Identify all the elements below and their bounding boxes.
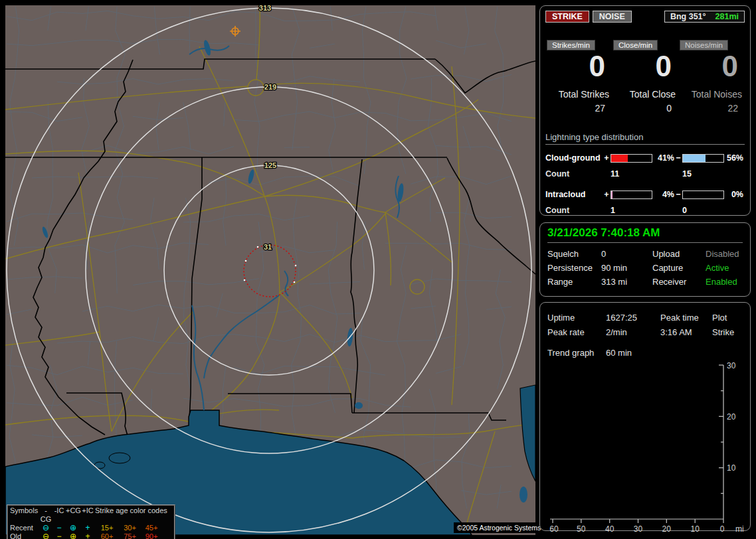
- legend-row-old-label: Old: [10, 532, 39, 539]
- cloud-ground-count-row: Count 11 15: [545, 169, 745, 179]
- map-canvas: 313 219 125 31: [5, 5, 535, 535]
- ic-positive-count: 1: [611, 206, 652, 215]
- y-tick-20: 20: [727, 412, 736, 422]
- total-strikes-label: Total Strikes: [545, 89, 612, 100]
- age-code-90: 90+: [141, 532, 162, 539]
- age-code-15: 15+: [95, 524, 119, 532]
- trend-graph-row: Trend graph 60 min: [547, 348, 743, 358]
- x-tick-0: 0: [720, 524, 725, 534]
- x-tick-40: 40: [605, 524, 614, 534]
- peak-time-value: 3:16 AM: [660, 327, 712, 337]
- noises-counter-column: Noises/min 0 Total Noises 22: [678, 40, 745, 114]
- total-strikes-value: 27: [545, 103, 612, 114]
- capture-label: Capture: [652, 263, 706, 273]
- separator: [547, 242, 743, 243]
- noises-per-min-value: 0: [678, 52, 745, 81]
- peak-time-label: Peak time: [660, 313, 712, 323]
- receiver-status: Enabled: [706, 277, 743, 287]
- close-per-min-value: 0: [612, 52, 678, 81]
- x-tick-30: 30: [634, 524, 643, 534]
- trend-x-labels: 60 50 40 30 20 10 0 min: [549, 524, 744, 534]
- squelch-row: Squelch 0 Upload Disabled: [547, 249, 743, 259]
- ring-label-31: 31: [264, 243, 272, 251]
- y-tick-30: 30: [727, 361, 736, 370]
- peak-rate-value: 2/min: [606, 327, 660, 337]
- ic-positive-pct: 4%: [652, 190, 674, 199]
- cg-positive-bar: [611, 154, 652, 163]
- x-tick-50: 50: [577, 524, 586, 534]
- distribution-title: Lightning type distribution: [545, 132, 745, 145]
- bearing-distance: 281mi: [715, 12, 739, 21]
- legend-col-neg-cg: -CG: [39, 506, 52, 524]
- range-value: 313 mi: [601, 277, 652, 287]
- ic-negative-count: 0: [682, 206, 724, 215]
- plus-sign: +: [603, 190, 611, 199]
- ring-label-219: 219: [264, 83, 276, 91]
- circled-plus-icon: ⊕: [66, 532, 80, 539]
- uptime-row: Uptime 1627:25 Peak time Plot: [547, 313, 743, 323]
- minus-sign: −: [674, 190, 682, 199]
- cloud-ground-row: Cloud-ground + 41% − 56%: [545, 153, 745, 163]
- bearing-readout: Bng 351° 281mi: [664, 11, 745, 23]
- map-display[interactable]: 313 219 125 31 Symbols -CG -IC +CG +IC S…: [5, 5, 535, 535]
- strike-counter-panel: STRIKE NOISE Bng 351° 281mi Strikes/min …: [539, 5, 751, 216]
- cg-negative-bar: [682, 154, 724, 163]
- intracloud-count-row: Count 1 0: [545, 206, 745, 215]
- legend-symbols-header: Symbols: [10, 506, 39, 524]
- range-label: Range: [547, 277, 601, 287]
- x-axis-unit: min: [735, 524, 744, 534]
- y-tick-10: 10: [727, 463, 736, 473]
- legend-col-pos-cg: +CG: [66, 506, 80, 524]
- strike-mode-button[interactable]: STRIKE: [545, 11, 589, 23]
- bearing-value: Bng 351°: [670, 12, 706, 21]
- persistence-row: Persistence 90 min Capture Active: [547, 263, 743, 273]
- circled-minus-icon: ⊖: [39, 532, 52, 539]
- upload-label: Upload: [652, 249, 706, 259]
- strikes-per-min-chip: Strikes/min: [547, 40, 595, 50]
- upload-status: Disabled: [706, 249, 743, 259]
- age-code-30: 30+: [119, 524, 141, 532]
- close-counter-column: Close/min 0 Total Close 0: [612, 40, 678, 114]
- legend-col-neg-ic: -IC: [52, 506, 66, 524]
- uptime-value: 1627:25: [606, 313, 660, 323]
- range-row: Range 313 mi Receiver Enabled: [547, 277, 743, 287]
- cg-positive-bar-fill: [611, 155, 628, 162]
- copyright-notice: ©2005 Astrogenic Systems: [454, 522, 544, 533]
- cloud-ground-label: Cloud-ground: [545, 153, 603, 163]
- cg-positive-pct: 41%: [652, 153, 674, 163]
- ring-label-313: 313: [259, 5, 271, 12]
- count-label: Count: [545, 206, 603, 215]
- squelch-value: 0: [601, 249, 652, 259]
- persistence-label: Persistence: [547, 263, 601, 273]
- peak-rate-row: Peak rate 2/min 3:16 AM Strike: [547, 327, 743, 337]
- trend-graph-window: 60 min: [606, 348, 743, 358]
- ic-positive-bar: [611, 191, 652, 199]
- ring-label-125: 125: [264, 161, 276, 169]
- noises-per-min-chip: Noises/min: [680, 40, 728, 50]
- total-close-label: Total Close: [612, 89, 678, 100]
- intracloud-row: Intracloud + 4% − 0%: [545, 190, 745, 199]
- plus-icon: +: [80, 532, 95, 539]
- age-code-45: 45+: [141, 524, 162, 532]
- symbol-legend: Symbols -CG -IC +CG +IC Strike age color…: [7, 504, 175, 539]
- close-per-min-chip: Close/min: [613, 40, 658, 50]
- datetime-display: 3/21/2026 7:40:18 AM: [547, 226, 743, 240]
- plus-sign: +: [603, 153, 611, 163]
- legend-row-recent-label: Recent: [10, 524, 39, 532]
- noise-mode-button[interactable]: NOISE: [593, 11, 632, 23]
- strikes-counter-column: Strikes/min 0 Total Strikes 27: [545, 40, 612, 114]
- legend-col-pos-ic: +IC: [80, 506, 95, 524]
- uptime-label: Uptime: [547, 313, 606, 323]
- x-tick-20: 20: [662, 524, 672, 534]
- receiver-label: Receiver: [652, 277, 706, 287]
- strikes-per-min-value: 0: [545, 52, 612, 81]
- intracloud-label: Intracloud: [545, 190, 603, 199]
- peak-rate-label: Peak rate: [547, 327, 606, 337]
- ic-negative-pct: 0%: [724, 190, 743, 199]
- total-noises-label: Total Noises: [678, 89, 745, 100]
- trend-graph-label: Trend graph: [547, 348, 606, 358]
- cg-positive-count: 11: [611, 169, 652, 179]
- trend-panel: Uptime 1627:25 Peak time Plot Peak rate …: [539, 302, 751, 531]
- status-panel: 3/21/2026 7:40:18 AM Squelch 0 Upload Di…: [539, 222, 751, 297]
- cg-negative-pct: 56%: [724, 153, 743, 163]
